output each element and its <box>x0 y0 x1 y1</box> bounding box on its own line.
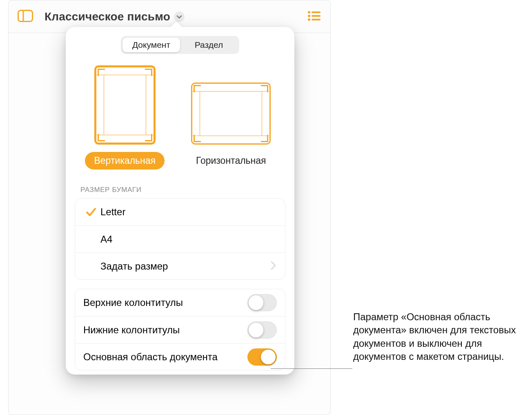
footers-switch[interactable] <box>247 321 277 339</box>
paper-size-list: Letter A4 Задать размер <box>75 198 285 280</box>
orientation-landscape-thumb[interactable] <box>191 83 271 145</box>
paper-option-letter[interactable]: Letter <box>75 199 285 225</box>
callout-line <box>271 368 352 369</box>
paper-custom-label: Задать размер <box>99 261 168 272</box>
paper-option-label: Letter <box>99 206 125 218</box>
toggle-footers-row: Нижние колонтитулы <box>75 316 285 343</box>
checkmark-icon <box>83 204 99 220</box>
toggle-label: Верхние колонтитулы <box>83 297 183 308</box>
body-switch[interactable] <box>247 348 277 366</box>
svg-point-2 <box>174 11 185 22</box>
orientation-portrait-thumb[interactable] <box>94 65 156 145</box>
svg-point-3 <box>308 11 310 13</box>
document-settings-panel: Документ Раздел Вертикальная Горизонталь… <box>66 27 294 375</box>
toggle-label: Нижние колонтитулы <box>83 324 180 336</box>
orientation-row: Вертикальная Горизонтальная <box>75 65 285 170</box>
tab-segmented-control: Документ Раздел <box>121 36 239 54</box>
paper-size-section-label: РАЗМЕР БУМАГИ <box>80 186 285 194</box>
paper-option-label: A4 <box>99 234 112 245</box>
tab-document[interactable]: Документ <box>122 38 180 52</box>
toggle-label: Основная область документа <box>83 351 218 363</box>
paper-option-a4[interactable]: A4 <box>75 225 285 252</box>
paper-custom-size[interactable]: Задать размер <box>75 252 285 279</box>
outline-icon[interactable] <box>307 11 321 23</box>
svg-rect-6 <box>312 15 321 17</box>
orientation-landscape-label[interactable]: Горизонтальная <box>187 152 275 170</box>
svg-point-7 <box>308 18 310 21</box>
toggle-body-row: Основная область документа <box>75 343 285 370</box>
svg-rect-4 <box>312 11 321 13</box>
annotation-text: Параметр «Основная область документа» вк… <box>353 310 516 364</box>
app-window: Классическое письмо Документ Раздел <box>8 0 331 415</box>
chevron-right-icon <box>270 261 277 272</box>
toggle-headers-row: Верхние колонтитулы <box>75 289 285 316</box>
orientation-portrait-label[interactable]: Вертикальная <box>85 152 165 170</box>
svg-point-5 <box>308 15 310 17</box>
headers-switch[interactable] <box>247 294 277 311</box>
chevron-down-icon <box>174 11 185 22</box>
svg-rect-8 <box>312 19 321 20</box>
sidebar-toggle-icon[interactable] <box>18 10 33 24</box>
document-title: Классическое письмо <box>45 10 170 23</box>
svg-rect-0 <box>18 10 33 21</box>
checkmark-placeholder <box>83 232 99 247</box>
tab-section[interactable]: Раздел <box>180 38 238 52</box>
document-title-dropdown[interactable]: Классическое письмо <box>45 10 185 23</box>
toggle-group: Верхние колонтитулы Нижние колонтитулы О… <box>75 289 285 370</box>
